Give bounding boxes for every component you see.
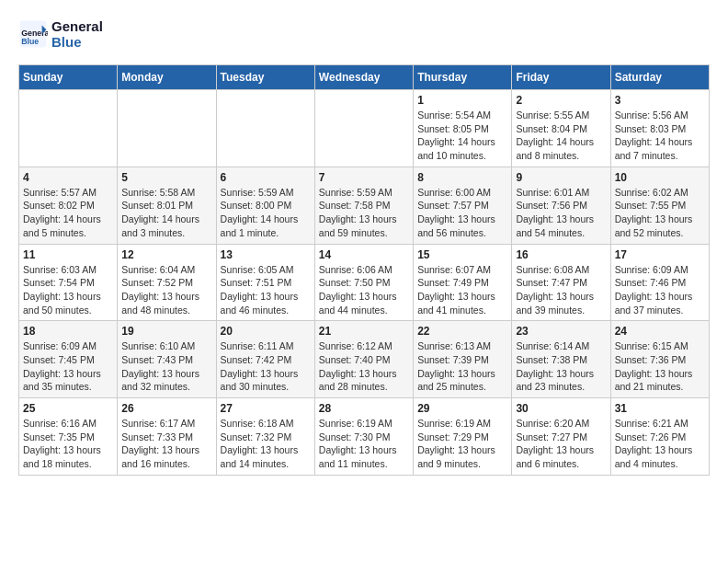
day-info: Sunrise: 6:20 AM Sunset: 7:27 PM Dayligh… [516,417,606,471]
day-info: Sunrise: 5:54 AM Sunset: 8:05 PM Dayligh… [417,109,507,163]
day-info: Sunrise: 5:55 AM Sunset: 8:04 PM Dayligh… [516,109,606,163]
day-info: Sunrise: 5:57 AM Sunset: 8:02 PM Dayligh… [23,186,113,240]
calendar-cell [19,90,118,167]
day-number: 11 [23,248,113,261]
logo-text-line2: Blue [51,34,103,50]
calendar-cell: 31Sunrise: 6:21 AM Sunset: 7:26 PM Dayli… [610,398,709,476]
day-info: Sunrise: 6:05 AM Sunset: 7:51 PM Dayligh… [221,263,311,317]
day-number: 6 [221,171,311,184]
day-info: Sunrise: 6:01 AM Sunset: 7:56 PM Dayligh… [516,186,606,240]
day-number: 18 [23,325,113,338]
calendar-cell: 24Sunrise: 6:15 AM Sunset: 7:36 PM Dayli… [610,321,709,398]
day-number: 28 [319,402,409,415]
day-info: Sunrise: 6:12 AM Sunset: 7:40 PM Dayligh… [319,339,409,394]
calendar-cell: 6Sunrise: 5:59 AM Sunset: 8:00 PM Daylig… [216,167,314,244]
calendar-cell: 20Sunrise: 6:11 AM Sunset: 7:42 PM Dayli… [216,321,314,398]
calendar-cell [118,90,216,167]
logo-text-line1: General [51,18,103,34]
day-number: 27 [221,402,311,415]
day-number: 30 [516,402,606,415]
calendar-header-row: SundayMondayTuesdayWednesdayThursdayFrid… [19,65,710,90]
calendar-cell: 25Sunrise: 6:16 AM Sunset: 7:35 PM Dayli… [19,398,118,476]
day-info: Sunrise: 6:09 AM Sunset: 7:46 PM Dayligh… [615,263,705,317]
day-number: 13 [221,248,311,261]
calendar-cell: 13Sunrise: 6:05 AM Sunset: 7:51 PM Dayli… [216,244,314,321]
day-info: Sunrise: 6:06 AM Sunset: 7:50 PM Dayligh… [319,263,409,317]
calendar-table: SundayMondayTuesdayWednesdayThursdayFrid… [18,64,710,476]
day-number: 16 [516,248,606,261]
calendar-cell: 12Sunrise: 6:04 AM Sunset: 7:52 PM Dayli… [118,244,216,321]
logo: General Blue General Blue [18,18,103,50]
day-info: Sunrise: 6:00 AM Sunset: 7:57 PM Dayligh… [417,186,507,240]
calendar-week-1: 1Sunrise: 5:54 AM Sunset: 8:05 PM Daylig… [19,90,710,167]
day-info: Sunrise: 6:09 AM Sunset: 7:45 PM Dayligh… [23,339,113,394]
day-number: 7 [319,171,409,184]
calendar-cell: 2Sunrise: 5:55 AM Sunset: 8:04 PM Daylig… [512,90,610,167]
calendar-week-3: 11Sunrise: 6:03 AM Sunset: 7:54 PM Dayli… [19,244,710,321]
day-info: Sunrise: 5:59 AM Sunset: 8:00 PM Dayligh… [221,186,311,240]
calendar-cell [216,90,314,167]
day-number: 21 [319,325,409,338]
calendar-cell: 7Sunrise: 5:59 AM Sunset: 7:58 PM Daylig… [314,167,413,244]
logo-general: General [51,18,103,34]
day-info: Sunrise: 5:58 AM Sunset: 8:01 PM Dayligh… [121,186,211,240]
calendar-cell [314,90,413,167]
day-info: Sunrise: 6:11 AM Sunset: 7:42 PM Dayligh… [221,339,311,394]
calendar-cell: 10Sunrise: 6:02 AM Sunset: 7:55 PM Dayli… [610,167,709,244]
day-number: 24 [615,325,705,338]
day-number: 12 [121,248,211,261]
calendar-cell: 3Sunrise: 5:56 AM Sunset: 8:03 PM Daylig… [610,90,709,167]
day-number: 5 [121,171,211,184]
calendar-cell: 9Sunrise: 6:01 AM Sunset: 7:56 PM Daylig… [512,167,610,244]
day-number: 8 [417,171,507,184]
day-number: 2 [516,94,606,107]
day-number: 10 [615,171,705,184]
calendar-week-5: 25Sunrise: 6:16 AM Sunset: 7:35 PM Dayli… [19,398,710,476]
calendar-cell: 14Sunrise: 6:06 AM Sunset: 7:50 PM Dayli… [314,244,413,321]
day-info: Sunrise: 6:21 AM Sunset: 7:26 PM Dayligh… [615,417,705,471]
calendar-week-4: 18Sunrise: 6:09 AM Sunset: 7:45 PM Dayli… [19,321,710,398]
calendar-cell: 1Sunrise: 5:54 AM Sunset: 8:05 PM Daylig… [414,90,512,167]
calendar-cell: 21Sunrise: 6:12 AM Sunset: 7:40 PM Dayli… [314,321,413,398]
calendar-header-tuesday: Tuesday [216,65,314,90]
day-number: 23 [516,325,606,338]
logo-blue: Blue [51,34,82,50]
calendar-cell: 8Sunrise: 6:00 AM Sunset: 7:57 PM Daylig… [414,167,512,244]
calendar-header-wednesday: Wednesday [314,65,413,90]
day-number: 29 [417,402,507,415]
calendar-cell: 18Sunrise: 6:09 AM Sunset: 7:45 PM Dayli… [19,321,118,398]
calendar-cell: 22Sunrise: 6:13 AM Sunset: 7:39 PM Dayli… [414,321,512,398]
calendar-header-monday: Monday [118,65,216,90]
day-info: Sunrise: 5:59 AM Sunset: 7:58 PM Dayligh… [319,186,409,240]
calendar-cell: 23Sunrise: 6:14 AM Sunset: 7:38 PM Dayli… [512,321,610,398]
day-info: Sunrise: 6:16 AM Sunset: 7:35 PM Dayligh… [23,417,113,471]
day-info: Sunrise: 6:02 AM Sunset: 7:55 PM Dayligh… [615,186,705,240]
calendar-cell: 26Sunrise: 6:17 AM Sunset: 7:33 PM Dayli… [118,398,216,476]
day-info: Sunrise: 6:03 AM Sunset: 7:54 PM Dayligh… [23,263,113,317]
day-number: 14 [319,248,409,261]
day-info: Sunrise: 6:15 AM Sunset: 7:36 PM Dayligh… [615,339,705,394]
day-info: Sunrise: 6:19 AM Sunset: 7:29 PM Dayligh… [417,417,507,471]
day-number: 19 [121,325,211,338]
day-info: Sunrise: 6:10 AM Sunset: 7:43 PM Dayligh… [121,339,211,394]
calendar-header-friday: Friday [512,65,610,90]
calendar-header-saturday: Saturday [610,65,709,90]
day-number: 3 [615,94,705,107]
day-info: Sunrise: 6:18 AM Sunset: 7:32 PM Dayligh… [221,417,311,471]
calendar-header-thursday: Thursday [414,65,512,90]
calendar-cell: 15Sunrise: 6:07 AM Sunset: 7:49 PM Dayli… [414,244,512,321]
day-number: 20 [221,325,311,338]
logo-icon: General Blue [18,19,48,49]
day-info: Sunrise: 6:04 AM Sunset: 7:52 PM Dayligh… [121,263,211,317]
day-number: 31 [615,402,705,415]
day-info: Sunrise: 6:08 AM Sunset: 7:47 PM Dayligh… [516,263,606,317]
day-number: 26 [121,402,211,415]
day-number: 4 [23,171,113,184]
day-info: Sunrise: 6:07 AM Sunset: 7:49 PM Dayligh… [417,263,507,317]
day-number: 17 [615,248,705,261]
page-header: General Blue General Blue [18,18,710,50]
day-number: 1 [417,94,507,107]
calendar-cell: 5Sunrise: 5:58 AM Sunset: 8:01 PM Daylig… [118,167,216,244]
day-info: Sunrise: 6:13 AM Sunset: 7:39 PM Dayligh… [417,339,507,394]
calendar-cell: 27Sunrise: 6:18 AM Sunset: 7:32 PM Dayli… [216,398,314,476]
